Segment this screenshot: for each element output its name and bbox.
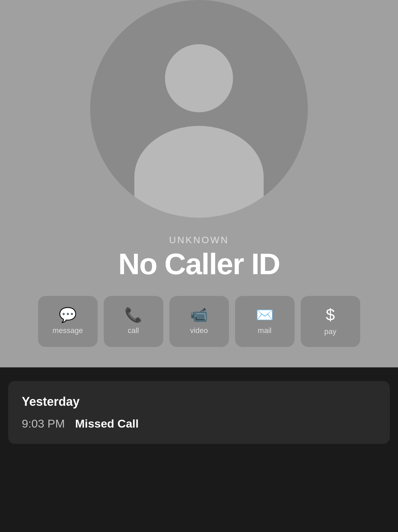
call-type: Missed Call: [75, 417, 139, 430]
pay-icon: $: [326, 307, 335, 323]
avatar-body: [134, 126, 264, 218]
avatar-head: [165, 44, 233, 112]
video-icon: 📹: [190, 308, 208, 322]
video-label: video: [190, 326, 208, 335]
bottom-section: Yesterday 9:03 PM Missed Call: [0, 367, 398, 532]
video-button[interactable]: 📹 video: [169, 296, 229, 347]
pay-button[interactable]: $ pay: [301, 296, 360, 347]
call-button[interactable]: 📞 call: [104, 296, 163, 347]
avatar-container: [90, 0, 308, 218]
call-icon: 📞: [125, 308, 142, 322]
call-history-card: Yesterday 9:03 PM Missed Call: [8, 381, 390, 444]
contact-info: UNKNOWN No Caller ID: [118, 235, 280, 279]
top-section: UNKNOWN No Caller ID 💬 message 📞 call 📹 …: [0, 0, 398, 367]
call-time: 9:03 PM: [22, 417, 65, 430]
message-button[interactable]: 💬 message: [38, 296, 98, 347]
contact-label: UNKNOWN: [118, 235, 280, 246]
contact-name: No Caller ID: [118, 249, 280, 279]
message-icon: 💬: [59, 308, 77, 322]
avatar: [90, 0, 308, 218]
action-buttons: 💬 message 📞 call 📹 video ✉️ mail $ pay: [38, 296, 360, 347]
mail-button[interactable]: ✉️ mail: [235, 296, 295, 347]
pay-label: pay: [324, 327, 336, 336]
call-label: call: [128, 326, 139, 335]
call-date: Yesterday: [22, 395, 376, 409]
message-label: message: [52, 326, 83, 335]
call-entry: 9:03 PM Missed Call: [22, 417, 376, 430]
mail-label: mail: [258, 326, 271, 335]
mail-icon: ✉️: [256, 308, 273, 322]
